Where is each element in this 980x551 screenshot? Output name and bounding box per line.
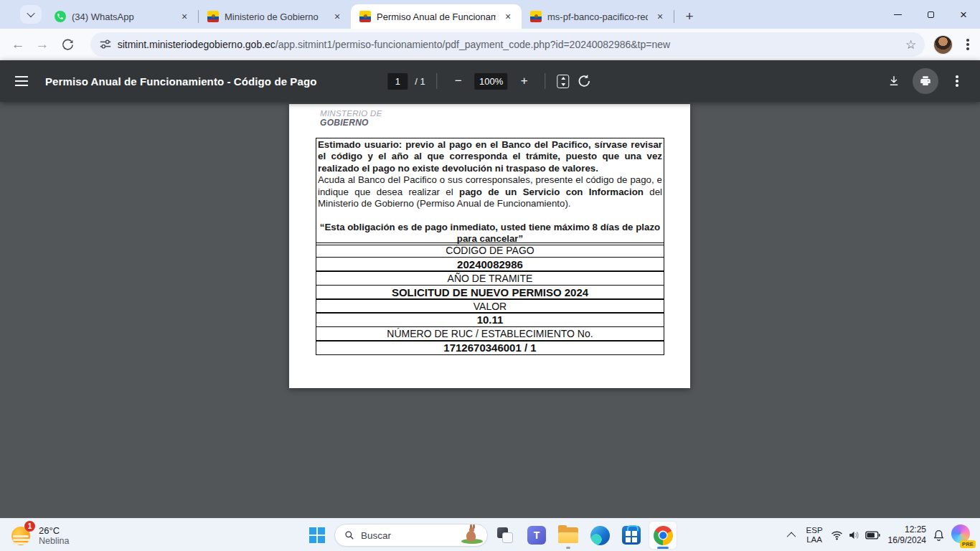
pdf-viewer-area[interactable]: MINSTERIO DE GOBIERNO Estimado usuario: … — [0, 102, 980, 518]
page-number-input[interactable]: 1 — [387, 73, 407, 90]
pdf-menu-button[interactable] — [15, 69, 39, 93]
print-button[interactable] — [913, 68, 938, 94]
close-icon[interactable]: × — [501, 10, 514, 23]
minimize-button[interactable] — [881, 0, 914, 29]
store-icon — [622, 526, 641, 545]
battery-icon — [865, 531, 880, 540]
language-indicator[interactable]: ESP LAA — [806, 526, 823, 545]
weather-temperature: 26°C — [39, 525, 69, 536]
restore-button[interactable] — [914, 0, 947, 29]
divider — [437, 73, 438, 89]
zoom-in-button[interactable]: + — [515, 72, 534, 90]
active-app-indicator — [657, 547, 669, 549]
taskbar-search-box[interactable]: Buscar — [334, 524, 488, 547]
zoom-out-button[interactable]: − — [449, 72, 468, 90]
spacer — [318, 209, 662, 221]
url-path: /app.sitmint1/permiso-funcionamiento/pdf… — [275, 39, 670, 50]
payment-notice-box: Estimado usuario: previo al pago en el B… — [316, 138, 664, 245]
whatsapp-icon — [55, 11, 66, 22]
teams-button[interactable]: T — [522, 521, 551, 550]
close-icon: × — [960, 9, 967, 21]
tab-permiso-active[interactable]: Permiso Anual de Funcionamie × — [351, 4, 522, 29]
close-icon[interactable]: × — [654, 10, 666, 23]
table-row-value: 10.11 — [316, 312, 664, 327]
table-row-label: VALOR — [316, 298, 664, 314]
back-button[interactable]: ← — [6, 32, 30, 57]
fit-to-page-button[interactable] — [557, 75, 570, 88]
bookmark-star-icon[interactable]: ☆ — [905, 37, 916, 52]
chevron-down-icon — [27, 9, 34, 17]
new-tab-button[interactable]: + — [679, 6, 700, 27]
volume-icon — [848, 530, 860, 540]
notice-body-paragraph: Acuda al Banco del Pacifico o sus corres… — [318, 174, 662, 209]
pdf-page-controls: 1 / 1 − 100% + — [387, 60, 592, 102]
ecuador-flag-icon — [359, 11, 371, 22]
tab-title: Permiso Anual de Funcionamie — [377, 11, 496, 22]
table-row-value: SOLICITUD DE NUEVO PERMISO 2024 — [316, 285, 664, 300]
window-controls: × — [881, 0, 980, 29]
print-icon — [919, 75, 932, 88]
deadline-quote-line1: “Esta obligación es de pago inmediato, u… — [318, 222, 662, 233]
tray-date: 16/9/2024 — [888, 535, 926, 546]
forward-button[interactable]: → — [30, 32, 55, 57]
pdf-document-title: Permiso Anual de Funcionamiento - Código… — [45, 75, 316, 88]
copilot-button[interactable]: PRE — [951, 524, 973, 546]
start-button[interactable] — [303, 521, 331, 550]
kebab-menu-icon — [956, 80, 958, 83]
zoom-level-input[interactable]: 100% — [475, 73, 508, 90]
ministerio-logo: MINSTERIO DE GOBIERNO — [320, 109, 382, 128]
teams-icon: T — [527, 526, 546, 545]
close-window-button[interactable]: × — [947, 0, 980, 29]
tab-title: ms-pf-banco-pacifico-redes-tbl — [547, 11, 648, 22]
site-settings-icon[interactable] — [99, 38, 112, 51]
edge-button[interactable] — [585, 521, 614, 550]
windows-logo-icon — [309, 527, 325, 543]
table-row-value: 1712670346001 / 1 — [316, 340, 664, 355]
tab-whatsapp[interactable]: (34) WhatsApp × — [46, 4, 198, 29]
edge-icon — [590, 526, 610, 545]
kebab-menu-icon — [966, 43, 969, 46]
system-tray: ESP LAA 12:25 16/9/2024 PRE — [785, 519, 976, 551]
tray-overflow-chevron[interactable] — [786, 532, 796, 541]
address-bar[interactable]: sitmint.ministeriodegobierno.gob.ec/app.… — [90, 32, 925, 57]
pdf-page: MINSTERIO DE GOBIERNO Estimado usuario: … — [289, 104, 690, 388]
profile-avatar[interactable] — [933, 35, 953, 55]
notifications-bell-icon[interactable] — [933, 529, 945, 542]
notification-badge: 1 — [24, 521, 35, 532]
tab-search-button[interactable] — [20, 5, 42, 24]
tab-ministerio[interactable]: Ministerio de Gobierno × — [199, 4, 351, 29]
reload-button[interactable] — [56, 32, 80, 57]
rotate-button[interactable] — [577, 73, 593, 89]
search-placeholder: Buscar — [361, 530, 453, 541]
pdf-more-options-button[interactable] — [944, 68, 970, 94]
weather-fog-icon: 1 — [11, 524, 33, 546]
pdf-toolbar: Permiso Anual de Funcionamiento - Código… — [0, 60, 980, 102]
table-row-label: AÑO DE TRAMITE — [316, 270, 664, 286]
browser-menu-button[interactable] — [956, 32, 980, 57]
taskbar-center: Buscar T — [303, 521, 677, 550]
tab-separator — [674, 10, 674, 23]
wifi-icon — [831, 530, 843, 540]
task-view-button[interactable] — [491, 521, 519, 550]
table-row-label: CÓDIGO DE PAGO — [316, 242, 664, 258]
tabs-container: (34) WhatsApp × Ministerio de Gobierno ×… — [46, 4, 700, 29]
close-icon[interactable]: × — [331, 10, 344, 23]
microsoft-store-button[interactable] — [617, 521, 646, 550]
chrome-button[interactable] — [649, 521, 677, 550]
ecuador-flag-icon — [530, 11, 542, 22]
weather-widget[interactable]: 1 26°C Neblina — [6, 519, 75, 551]
weather-condition: Neblina — [39, 536, 69, 546]
file-explorer-button[interactable] — [554, 521, 583, 550]
browser-tab-strip: (34) WhatsApp × Ministerio de Gobierno ×… — [0, 0, 980, 29]
clock-widget[interactable]: 12:25 16/9/2024 — [888, 524, 926, 546]
running-indicator — [566, 547, 570, 549]
close-icon[interactable]: × — [178, 10, 191, 23]
copilot-pre-badge: PRE — [960, 540, 976, 548]
quick-settings-button[interactable] — [829, 530, 882, 540]
search-icon — [344, 530, 354, 540]
download-icon — [887, 75, 900, 88]
restore-icon — [928, 11, 934, 18]
weather-text: 26°C Neblina — [39, 525, 69, 546]
tab-banco-pacifico[interactable]: ms-pf-banco-pacifico-redes-tbl × — [522, 4, 674, 29]
download-button[interactable] — [881, 68, 907, 94]
